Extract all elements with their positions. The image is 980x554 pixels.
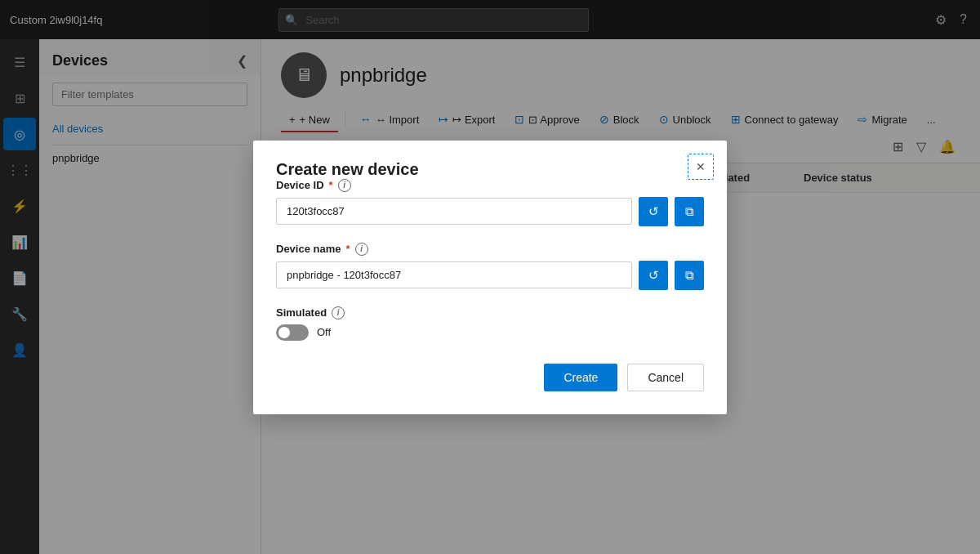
cancel-button[interactable]: Cancel (627, 364, 704, 391)
modal-footer: Create Cancel (276, 364, 704, 391)
device-id-label: Device ID * i (276, 179, 704, 192)
simulated-off-label: Off (317, 326, 331, 338)
device-name-refresh-button[interactable]: ↺ (639, 261, 668, 290)
simulated-info-icon[interactable]: i (332, 306, 345, 319)
simulated-toggle[interactable] (276, 324, 309, 341)
refresh-icon-2: ↺ (648, 268, 659, 283)
device-name-input[interactable] (276, 261, 632, 288)
device-id-group: Device ID * i ↺ ⧉ (276, 179, 704, 226)
simulated-label: Simulated i (276, 306, 704, 319)
device-name-group: Device name * i ↺ ⧉ (276, 243, 704, 290)
device-id-refresh-button[interactable]: ↺ (639, 197, 668, 226)
refresh-icon: ↺ (648, 204, 659, 219)
required-star-2: * (346, 243, 350, 255)
device-name-input-row: ↺ ⧉ (276, 261, 704, 290)
device-id-info-icon[interactable]: i (338, 179, 351, 192)
device-id-input[interactable] (276, 198, 632, 225)
device-name-info-icon[interactable]: i (355, 243, 368, 256)
copy-icon: ⧉ (685, 204, 694, 219)
modal-overlay[interactable]: Create new device ✕ Device ID * i ↺ ⧉ (0, 0, 980, 554)
toggle-thumb (278, 327, 290, 338)
create-button[interactable]: Create (544, 364, 617, 391)
copy-icon-2: ⧉ (685, 268, 694, 283)
device-name-label: Device name * i (276, 243, 704, 256)
device-id-copy-button[interactable]: ⧉ (675, 197, 704, 226)
modal-close-button[interactable]: ✕ (688, 154, 714, 180)
modal-title: Create new device (276, 160, 419, 178)
simulated-toggle-row: Off (276, 324, 704, 341)
required-star: * (329, 179, 333, 191)
simulated-group: Simulated i Off (276, 306, 704, 341)
create-device-modal: Create new device ✕ Device ID * i ↺ ⧉ (253, 141, 727, 414)
device-name-copy-button[interactable]: ⧉ (675, 261, 704, 290)
close-icon: ✕ (696, 160, 706, 173)
device-id-input-row: ↺ ⧉ (276, 197, 704, 226)
